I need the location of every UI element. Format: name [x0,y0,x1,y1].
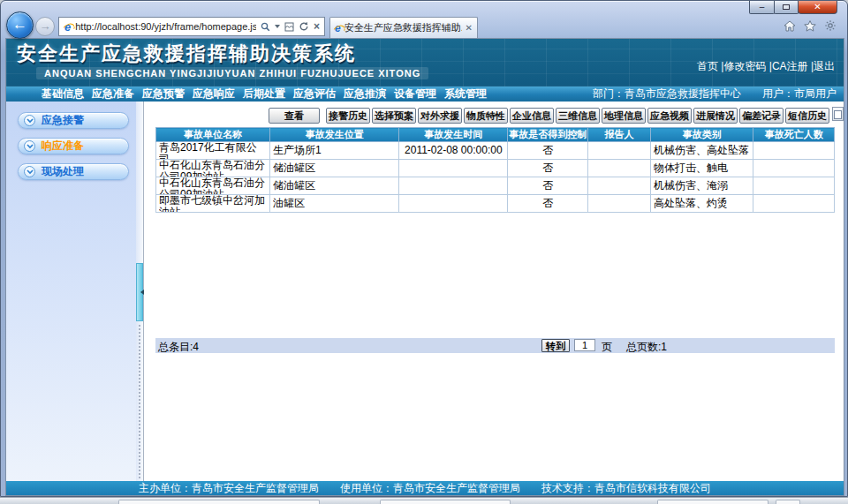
table-cell [399,177,508,195]
column-header: 事故死亡人数 [753,128,835,142]
toolbar-button-3[interactable]: 对外求援 [418,108,462,124]
browser-tab[interactable]: e 安全生产应急救援指挥辅助... ✕ [329,17,478,38]
total-pages-label: 总页数:1 [626,340,667,355]
table-cell [588,177,651,195]
sidebar-collapse-handle[interactable] [136,263,143,321]
panel-corner-icon[interactable] [832,107,844,121]
main-nav: 基础信息应急准备应急预警应急响应后期处置应急评估应急推演设备管理系统管理 部门：… [6,87,844,102]
table-cell: 生产场所1 [270,142,399,160]
maximize-icon[interactable] [774,1,799,14]
sidebar-item-2[interactable]: 现场处理 [18,163,129,180]
toolbar-button-8[interactable]: 应急视频 [647,108,692,124]
goto-page-input[interactable] [574,339,595,351]
search-icon[interactable] [261,22,270,32]
table-cell [588,142,651,160]
table-cell: 油罐区 [270,195,399,213]
toolbar-button-2[interactable]: 选择预案 [372,108,416,124]
nav-item-7[interactable]: 设备管理 [394,87,436,102]
chevron-down-circle-icon [24,115,35,126]
site-footer: 主办单位：青岛市安全生产监督管理局 使用单位：青岛市安全生产监督管理局 技术支持… [6,481,844,495]
table-cell: 高处坠落、灼烫 [650,195,753,213]
toolbar-button-1[interactable]: 接警历史 [326,108,370,124]
gear-icon[interactable] [824,19,837,32]
favorites-icon[interactable] [804,20,816,32]
toolbar-button-9[interactable]: 进展情况 [693,108,738,124]
chevron-down-circle-icon [24,166,35,177]
nav-item-3[interactable]: 应急响应 [193,87,235,102]
app-page: 安全生产应急救援指挥辅助决策系统 ANQUAN SHENGCHAN YINGJI… [5,38,844,496]
table-cell [753,177,835,195]
forward-icon[interactable]: → [35,17,55,36]
sidebar: 应急接警响应准备现场处理 [6,102,136,481]
nav-item-5[interactable]: 应急评估 [293,87,336,102]
table-cell: 否 [508,177,588,195]
table-cell: 即墨市七级镇中岔河加油站 [156,195,270,213]
window-controls: – ✕ [749,1,837,14]
table-cell: 否 [508,195,588,213]
toolbar-button-6[interactable]: 三维信息 [556,108,600,124]
home-icon[interactable] [784,20,796,32]
nav-item-0[interactable]: 基础信息 [42,87,84,102]
compatibility-icon[interactable] [284,22,294,32]
table-row[interactable]: 中石化山东青岛石油分公司09加油站储油罐区否机械伤害、淹溺 [156,177,835,195]
taskbar-window-button[interactable] [380,500,511,504]
nav-item-8[interactable]: 系统管理 [444,87,487,102]
toolbar-button-4[interactable]: 物质特性 [464,108,508,124]
table-row[interactable]: 即墨市七级镇中岔河加油站油罐区否高处坠落、灼烫 [156,195,835,213]
nav-item-1[interactable]: 应急准备 [92,87,134,102]
table-cell [588,160,651,177]
table-cell: 2011-02-08 00:00:00 [399,142,508,160]
nav-item-4[interactable]: 后期处置 [243,87,285,102]
sidebar-splitter[interactable] [136,102,143,481]
accidents-table: 事故单位名称事故发生位置事故发生时间事故是否得到控制报告人事故类别事故死亡人数 … [155,127,835,213]
header-link-0[interactable]: 首页 [697,60,718,72]
taskbar-window-button[interactable] [657,500,768,504]
column-header: 报告人 [588,128,651,142]
header-link-3[interactable]: 退出 [814,60,835,72]
collapse-left-icon [138,290,144,295]
nav-item-6[interactable]: 应急推演 [344,87,386,102]
address-bar[interactable]: e http://localhost:90/yjzh/frame/homepag… [58,17,325,36]
toolbar-button-10[interactable]: 偏差记录 [739,108,784,124]
toolbar-button-5[interactable]: 企业信息 [510,108,554,124]
table-cell [399,195,508,213]
refresh-icon[interactable] [299,21,309,32]
main-panel: 查看接警历史选择预案对外求援物质特性企业信息三维信息地理信息应急视频进展情况偏差… [143,102,844,481]
minimize-icon[interactable]: – [749,1,775,14]
header-link-2[interactable]: CA注册 [772,60,808,72]
header-link-1[interactable]: 修改密码 [723,60,766,72]
table-cell: 否 [508,142,588,160]
table-cell: 机械伤害、高处坠落 [650,142,753,160]
sidebar-item-0[interactable]: 应急接警 [18,112,129,129]
back-icon[interactable]: ← [6,11,34,39]
toolbar-button-7[interactable]: 地理信息 [602,108,646,124]
tab-title: 安全生产应急救援指挥辅助... [344,21,462,34]
nav-item-2[interactable]: 应急预警 [142,87,185,102]
table-cell: 储油罐区 [270,160,399,177]
close-icon[interactable]: ✕ [798,1,837,14]
screen: – ✕ ← → e http://localhost:90/yjzh/frame… [0,0,848,504]
department-label: 部门：青岛市应急救援指挥中心 [593,87,741,102]
site-header: 安全生产应急救援指挥辅助决策系统 ANQUAN SHENGCHAN YINGJI… [6,39,844,87]
chevron-down-icon[interactable] [275,25,280,31]
table-cell: 物体打击、触电 [650,160,753,177]
table-row[interactable]: 青岛2017化工有限公司生产场所12011-02-08 00:00:00否机械伤… [156,142,835,160]
taskbar-window-button[interactable] [118,500,320,504]
user-label: 用户：市局用户 [762,87,837,102]
sidebar-item-1[interactable]: 响应准备 [18,138,129,154]
content-area: 应急接警响应准备现场处理 查看接警历史选择预案对外求援物质特性企业信息三维信息地… [6,102,844,481]
taskbar [0,497,848,504]
column-header: 事故是否得到控制 [508,128,588,142]
address-bar-icons: × [261,21,320,32]
taskbar-window-button[interactable] [776,500,800,504]
total-items-label: 总条目:4 [158,340,199,355]
tab-close-icon[interactable]: ✕ [466,23,473,33]
table-row[interactable]: 中石化山东青岛石油分公司09加油站储油罐区否物体打击、触电 [156,160,835,177]
url-text[interactable]: http://localhost:90/yjzh/frame/homepage.… [75,21,256,32]
goto-page-button[interactable]: 转到 [541,339,570,352]
toolbar-button-11[interactable]: 短信历史 [785,108,829,124]
table-cell: 青岛2017化工有限公司 [156,142,270,160]
toolbar-button-0[interactable]: 查看 [269,108,320,124]
browser-chrome: ← → e http://localhost:90/yjzh/frame/hom… [1,14,847,38]
stop-icon[interactable]: × [314,21,320,32]
